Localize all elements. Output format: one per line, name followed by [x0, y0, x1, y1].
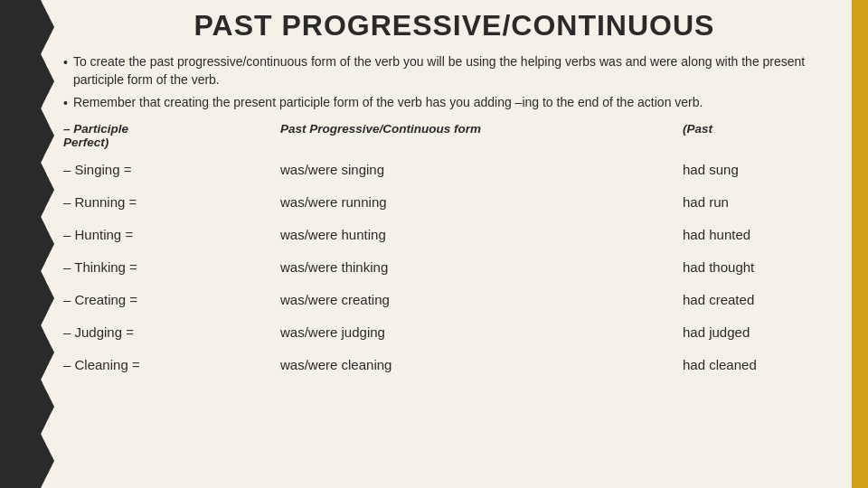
content-area: PAST PROGRESSIVE/CONTINUOUS • To create …	[63, 9, 845, 479]
table-row: – Judging =was/were judginghad judged	[63, 317, 845, 348]
table-row: – Cleaning =was/were cleaninghad cleaned	[63, 350, 845, 380]
cell-participle: – Thinking =	[63, 259, 280, 275]
right-decoration	[852, 0, 868, 488]
data-rows: – Singing =was/were singinghad sung– Run…	[63, 155, 845, 380]
bullet-text-2: Remember that creating the present parti…	[73, 94, 703, 113]
page-container: PAST PROGRESSIVE/CONTINUOUS • To create …	[0, 0, 868, 488]
col-header-perfect: (Past	[683, 122, 845, 149]
cell-participle: – Running =	[63, 194, 280, 210]
left-decoration	[0, 0, 56, 488]
cell-progressive: was/were judging	[280, 324, 683, 340]
cell-participle: – Hunting =	[63, 227, 280, 242]
table-row: – Thinking =was/were thinkinghad thought	[63, 252, 845, 283]
table-row: – Singing =was/were singinghad sung	[63, 155, 845, 185]
col-header-participle: – Participle Perfect)	[63, 122, 280, 149]
table-row: – Hunting =was/were huntinghad hunted	[63, 220, 845, 250]
bullet-item-2: • Remember that creating the present par…	[63, 94, 845, 113]
table-section: – Participle Perfect) Past Progressive/C…	[63, 122, 845, 380]
cell-progressive: was/were singing	[280, 162, 683, 177]
cell-participle: – Creating =	[63, 292, 280, 307]
bullet-item-1: • To create the past progressive/continu…	[63, 53, 845, 89]
cell-perfect: had judged	[683, 324, 845, 340]
cell-progressive: was/were thinking	[280, 259, 683, 275]
cell-progressive: was/were creating	[280, 292, 683, 307]
cell-participle: – Singing =	[63, 162, 280, 177]
cell-progressive: was/were cleaning	[280, 357, 683, 372]
cell-progressive: was/were running	[280, 194, 683, 210]
bullet-dot-2: •	[63, 95, 68, 113]
cell-perfect: had hunted	[683, 227, 845, 242]
table-row: – Running =was/were runninghad run	[63, 187, 845, 218]
cell-participle: – Cleaning =	[63, 357, 280, 372]
cell-perfect: had sung	[683, 162, 845, 177]
col-header-progressive: Past Progressive/Continuous form	[280, 122, 683, 149]
bullet-section: • To create the past progressive/continu…	[63, 53, 845, 113]
cell-perfect: had created	[683, 292, 845, 307]
table-row: – Creating =was/were creatinghad created	[63, 285, 845, 315]
table-header-row: – Participle Perfect) Past Progressive/C…	[63, 122, 845, 149]
bullet-text-1: To create the past progressive/continuou…	[73, 53, 845, 89]
cell-perfect: had run	[683, 194, 845, 210]
cell-perfect: had cleaned	[683, 357, 845, 372]
cell-perfect: had thought	[683, 259, 845, 275]
cell-participle: – Judging =	[63, 324, 280, 340]
bullet-dot-1: •	[63, 54, 68, 89]
page-title: PAST PROGRESSIVE/CONTINUOUS	[63, 9, 845, 42]
cell-progressive: was/were hunting	[280, 227, 683, 242]
